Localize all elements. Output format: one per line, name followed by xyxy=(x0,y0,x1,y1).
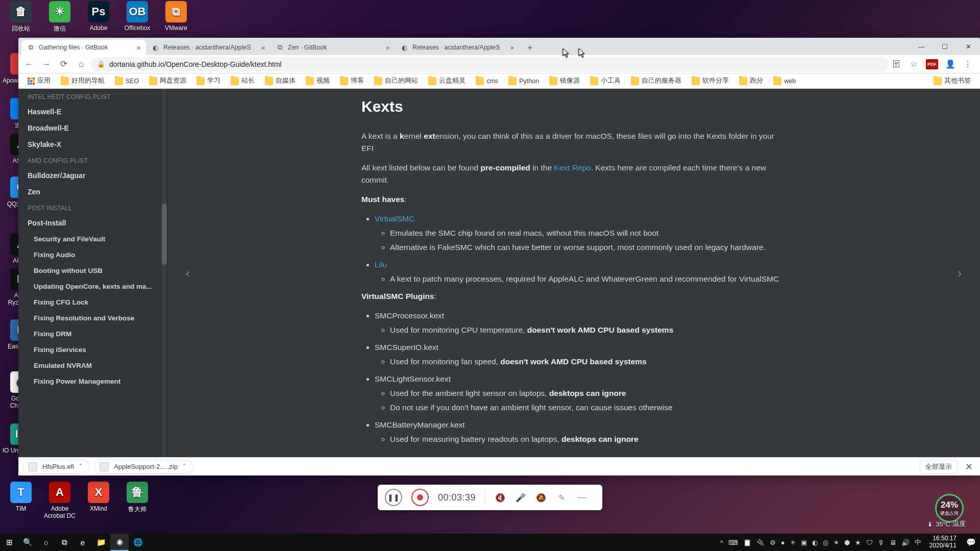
lilu-link[interactable]: Lilu xyxy=(375,260,387,269)
tray-clipboard-icon[interactable]: 📋 xyxy=(743,539,751,546)
tray-app-icon[interactable]: ▣ xyxy=(801,539,807,546)
sidebar-subitem[interactable]: Updating OpenCore, kexts and ma... xyxy=(18,279,167,294)
sidebar-subitem[interactable]: Security and FileVault xyxy=(18,231,167,247)
sidebar-subitem[interactable]: Emulated NVRAM xyxy=(18,358,167,373)
tab-0[interactable]: ⧉ Gathering files · GitBook × xyxy=(21,40,146,55)
tray-defender-icon[interactable]: 🛡 xyxy=(866,539,873,546)
bookmark-item[interactable]: 视频 xyxy=(302,75,334,87)
bookmark-apps[interactable]: 应用 xyxy=(23,75,55,87)
tim-icon[interactable]: T xyxy=(10,482,32,503)
pen-icon[interactable]: ✎ xyxy=(556,492,567,503)
bookmark-star-icon[interactable]: ☆ xyxy=(909,59,919,69)
sidebar-subitem[interactable]: Fixing DRM xyxy=(18,326,167,342)
bookmark-item[interactable]: 镜像源 xyxy=(545,75,584,87)
taskbar-clock[interactable]: 16:50:17 2020/4/11 xyxy=(924,535,962,549)
bookmark-item[interactable]: cms xyxy=(472,76,502,87)
chevron-up-icon[interactable]: ˄ xyxy=(183,463,186,470)
bookmark-item[interactable]: Python xyxy=(504,76,543,87)
tab-3[interactable]: ◐ Releases · acidanthera/AppleS × xyxy=(395,40,520,55)
bookmark-item[interactable]: 学习 xyxy=(192,75,225,87)
disk-usage-widget[interactable]: 24% 硬盘占用 xyxy=(935,494,964,522)
photoshop-icon[interactable]: Ps xyxy=(88,1,109,22)
kext-repo-link[interactable]: Kext Repo xyxy=(554,163,591,172)
pdf-extension-icon[interactable]: PDF xyxy=(926,59,938,69)
tray-power-icon[interactable]: 🔌 xyxy=(756,539,765,546)
wechat-icon[interactable]: ✳ xyxy=(49,1,70,22)
doc-sidebar[interactable]: INTEL HEDT CONFIG.PLIST Haswell-E Broadw… xyxy=(18,89,167,457)
bookmark-item[interactable]: SEO xyxy=(111,76,143,87)
show-all-downloads-button[interactable]: 全部显示 xyxy=(920,460,958,474)
pause-button[interactable]: ❚❚ xyxy=(385,489,402,506)
search-button[interactable]: 🔍 xyxy=(18,534,37,551)
sidebar-subitem[interactable]: Fixing iServices xyxy=(18,342,167,358)
translate-icon[interactable]: 🈂 xyxy=(891,59,901,69)
cortana-button[interactable]: ○ xyxy=(37,534,55,551)
tab-1[interactable]: ◐ Releases · acidanthera/AppleS × xyxy=(146,40,271,55)
sidebar-subitem[interactable]: Fixing CFG Lock xyxy=(18,294,167,310)
chrome-menu-icon[interactable]: ⋮ xyxy=(963,59,973,69)
reload-button[interactable]: ⟳ xyxy=(56,57,71,72)
explorer-taskbar-icon[interactable]: 📁 xyxy=(92,534,110,551)
close-shelf-button[interactable]: ✕ xyxy=(962,461,976,472)
tab-close-icon[interactable]: × xyxy=(510,43,514,52)
sidebar-item[interactable]: Skylake-X xyxy=(18,136,167,153)
window-minimize-button[interactable]: — xyxy=(910,38,933,55)
new-tab-button[interactable]: + xyxy=(523,41,537,55)
vmware-icon[interactable]: ⧉ xyxy=(165,1,187,22)
download-item[interactable]: HfsPlus.efi ˄ xyxy=(22,460,90,474)
bookmark-item[interactable]: 自己的服务器 xyxy=(627,75,685,87)
tray-lang-icon[interactable]: 中 xyxy=(915,538,921,547)
forward-button[interactable]: → xyxy=(39,57,54,72)
tray-app-icon[interactable]: ◎ xyxy=(823,539,828,546)
acrobat-icon[interactable]: A xyxy=(49,482,70,503)
sidebar-subitem[interactable]: Booting without USB xyxy=(18,263,167,279)
xmind-icon[interactable]: X xyxy=(88,482,109,503)
bookmark-item[interactable]: 自媒体 xyxy=(261,75,300,87)
tab-close-icon[interactable]: × xyxy=(385,43,390,52)
bookmark-item[interactable]: 站长 xyxy=(227,75,259,87)
tray-app-icon[interactable]: ⬢ xyxy=(844,539,850,546)
recycle-bin-icon[interactable]: 🗑 xyxy=(10,1,32,22)
mute-icon[interactable]: 🔇 xyxy=(495,492,506,503)
sidebar-item[interactable]: Post-Install xyxy=(18,215,167,231)
sidebar-item[interactable]: Zen xyxy=(18,184,167,200)
browser-taskbar-icon[interactable]: 🌐 xyxy=(129,534,147,551)
bookmark-item[interactable]: 小工具 xyxy=(586,75,625,87)
virtualsmc-link[interactable]: VirtualSMC xyxy=(375,214,414,223)
sidebar-subitem[interactable]: Fixing Power Management xyxy=(18,373,167,389)
bookmark-item[interactable]: 好用的导航 xyxy=(57,75,109,87)
address-bar[interactable]: 🔒 dortania.github.io/OpenCore-Desktop-Gu… xyxy=(91,57,889,71)
bookmark-item[interactable]: 博客 xyxy=(336,75,368,87)
tray-app-icon[interactable]: ● xyxy=(781,539,785,546)
next-page-button[interactable]: › xyxy=(949,263,970,283)
window-close-button[interactable]: ✕ xyxy=(957,38,980,55)
bookmark-item[interactable]: 跑分 xyxy=(735,75,767,87)
sidebar-item[interactable]: Bulldozer/Jaguar xyxy=(18,167,167,184)
sidebar-item[interactable]: Broadwell-E xyxy=(18,120,167,136)
prev-page-button[interactable]: ‹ xyxy=(178,263,198,283)
tray-ime-icon[interactable]: ⌨ xyxy=(728,539,738,546)
minimize-icon[interactable]: — xyxy=(576,492,587,503)
action-center-icon[interactable]: 💬 xyxy=(962,534,980,551)
tray-mic-icon[interactable]: 🎙 xyxy=(878,539,885,546)
screen-recorder-toolbar[interactable]: ❚❚ 00:03:39 🔇 🎤 🔕 ✎ — xyxy=(378,485,602,510)
tray-wechat-icon[interactable]: ✳ xyxy=(790,539,796,546)
download-item[interactable]: AppleSupport-2.....zip ˄ xyxy=(94,460,193,474)
officebox-icon[interactable]: OB xyxy=(127,1,148,22)
temperature-widget[interactable]: 🌡 35°C 温度 xyxy=(927,519,966,529)
tray-settings-icon[interactable]: ⚙ xyxy=(770,539,776,546)
tray-app-icon[interactable]: ◐ xyxy=(812,539,818,546)
profile-avatar-icon[interactable]: 👤 xyxy=(945,59,955,69)
chrome-taskbar-icon[interactable]: ◉ xyxy=(110,534,129,551)
sidebar-scrollbar-thumb[interactable] xyxy=(162,204,167,265)
bookmark-item[interactable]: 自己的网站 xyxy=(370,75,422,87)
mic-icon[interactable]: 🎤 xyxy=(515,492,526,503)
bookmark-other[interactable]: 其他书签 xyxy=(929,75,975,87)
sidebar-subitem[interactable]: Fixing Audio xyxy=(18,247,167,263)
bookmark-item[interactable]: web xyxy=(769,76,800,87)
stop-record-button[interactable] xyxy=(411,489,429,506)
bookmark-item[interactable]: 网盘资源 xyxy=(145,75,190,87)
bookmark-item[interactable]: 软件分享 xyxy=(688,75,733,87)
taskview-button[interactable]: ⧉ xyxy=(55,534,74,551)
ludashi-icon[interactable]: 鲁 xyxy=(127,482,148,503)
